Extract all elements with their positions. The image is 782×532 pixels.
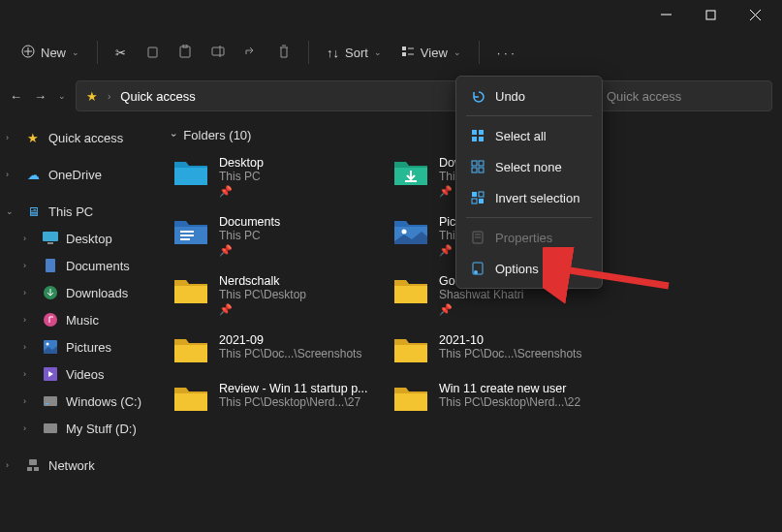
ctx-select-all[interactable]: Select all — [460, 120, 598, 151]
delete-button[interactable] — [269, 39, 298, 67]
sidebar-item-drive-d[interactable]: › My Stuff (D:) — [0, 415, 155, 442]
sidebar-label: My Stuff (D:) — [66, 422, 137, 436]
svg-rect-1 — [706, 11, 715, 19]
folder-item[interactable]: Nerdschalk This PC\Desktop 📌 — [172, 274, 391, 316]
svg-rect-26 — [44, 423, 57, 433]
network-icon — [25, 457, 41, 473]
cut-button[interactable]: ✂ — [108, 40, 134, 66]
folder-text: Documents This PC 📌 — [219, 215, 280, 257]
new-label: New — [41, 46, 66, 60]
folder-icon — [172, 276, 209, 305]
maximize-button[interactable] — [697, 1, 724, 28]
folder-item[interactable]: Documents This PC 📌 — [172, 215, 391, 257]
sidebar-item-downloads[interactable]: › Downloads — [0, 279, 155, 306]
copy-button[interactable] — [138, 39, 167, 67]
folder-name: Win 11 create new user — [439, 382, 580, 395]
folder-path: This PC\Doc...\Screenshots — [219, 347, 361, 360]
chevron-right-icon: › — [23, 234, 35, 243]
sidebar-item-quick-access[interactable]: › ★ Quick access — [0, 124, 155, 151]
folder-path: This PC\Desktop\Nerd...\27 — [219, 395, 368, 409]
folder-item[interactable]: Review - Win 11 startup p... This PC\Des… — [172, 382, 391, 413]
sidebar-item-music[interactable]: › Music — [0, 306, 155, 333]
chevron-down-icon: ⌄ — [72, 47, 79, 57]
chevron-right-icon: › — [23, 288, 35, 297]
sidebar-item-network[interactable]: › Network — [0, 452, 155, 479]
ctx-options[interactable]: Options — [460, 253, 598, 284]
separator — [97, 41, 98, 64]
sidebar-label: OneDrive — [48, 168, 102, 182]
ctx-undo[interactable]: Undo — [460, 80, 598, 111]
svg-rect-44 — [394, 393, 427, 411]
folder-path: This PC — [219, 170, 264, 183]
svg-rect-48 — [479, 137, 484, 141]
separator — [466, 115, 592, 116]
sidebar-label: Videos — [66, 367, 105, 382]
ctx-select-none[interactable]: Select none — [460, 151, 598, 182]
folder-item[interactable]: Desktop This PC 📌 — [172, 156, 391, 198]
folder-item[interactable]: 2021-10 This PC\Doc...\Screenshots — [392, 333, 610, 364]
view-label: View — [421, 46, 448, 60]
new-button[interactable]: New ⌄ — [14, 39, 87, 67]
sidebar-label: Downloads — [66, 286, 128, 300]
more-button[interactable]: · · · — [489, 40, 522, 66]
paste-icon — [178, 45, 192, 61]
folder-text: 2021-10 This PC\Doc...\Screenshots — [439, 333, 581, 360]
rename-button[interactable] — [203, 39, 233, 67]
svg-rect-42 — [394, 345, 427, 362]
folder-name: Documents — [219, 215, 280, 229]
sidebar-item-drive-c[interactable]: › Windows (C:) — [0, 388, 155, 415]
sidebar-item-videos[interactable]: › Videos — [0, 360, 155, 388]
folder-item[interactable]: Win 11 create new user This PC\Desktop\N… — [392, 382, 610, 413]
recent-dropdown[interactable]: ⌄ — [58, 91, 66, 101]
ctx-invert-selection[interactable]: Invert selection — [460, 182, 598, 213]
svg-rect-51 — [472, 168, 477, 172]
svg-rect-55 — [472, 199, 477, 203]
picture-icon — [43, 339, 58, 355]
svg-rect-46 — [479, 130, 484, 135]
document-icon — [43, 258, 58, 273]
ctx-label: Select all — [495, 129, 547, 143]
folder-item[interactable]: 2021-09 This PC\Doc...\Screenshots — [172, 333, 391, 364]
folder-icon — [392, 158, 429, 187]
minimize-button[interactable] — [652, 1, 679, 28]
chevron-down-icon: › — [169, 134, 179, 137]
folder-name: 2021-10 — [439, 333, 581, 347]
copy-icon — [145, 45, 159, 61]
view-button[interactable]: View ⌄ — [393, 39, 469, 67]
cut-icon: ✂ — [115, 46, 126, 60]
share-button[interactable] — [236, 39, 266, 67]
chevron-right-icon: › — [6, 460, 17, 470]
sidebar-item-desktop[interactable]: › Desktop — [0, 225, 155, 252]
folder-path: This PC\Doc...\Screenshots — [439, 347, 581, 360]
chevron-down-icon: ⌄ — [374, 47, 382, 57]
options-icon — [470, 261, 485, 276]
sidebar-label: Desktop — [66, 232, 112, 246]
address-location: Quick access — [120, 89, 195, 104]
sort-button[interactable]: ↑↓ Sort ⌄ — [319, 40, 390, 66]
folder-path: This PC\Desktop\Nerd...\22 — [439, 395, 580, 409]
back-button[interactable]: ← — [10, 89, 22, 104]
forward-button[interactable]: → — [34, 89, 47, 104]
svg-rect-56 — [479, 199, 484, 203]
sidebar-item-documents[interactable]: › Documents — [0, 252, 155, 279]
sidebar-item-this-pc[interactable]: ⌄ 🖥 This PC — [0, 198, 155, 225]
plus-icon — [21, 45, 35, 61]
sidebar-item-pictures[interactable]: › Pictures — [0, 333, 155, 360]
drive-icon — [43, 393, 58, 409]
search-box[interactable]: Quick access — [596, 80, 772, 111]
svg-rect-8 — [180, 47, 190, 57]
sidebar-item-onedrive[interactable]: › ☁ OneDrive — [0, 161, 155, 188]
cloud-icon: ☁ — [25, 167, 41, 182]
content: › ★ Quick access › ☁ OneDrive ⌄ 🖥 This P… — [0, 116, 782, 532]
paste-button[interactable] — [171, 39, 200, 67]
ctx-label: Properties — [495, 231, 552, 245]
folder-icon — [172, 217, 209, 246]
folder-name: 2021-09 — [219, 333, 361, 347]
sort-icon: ↑↓ — [327, 46, 339, 60]
close-button[interactable] — [741, 1, 768, 28]
chevron-right-icon: › — [6, 170, 17, 179]
folder-text: Review - Win 11 startup p... This PC\Des… — [219, 382, 368, 409]
chevron-right-icon: › — [23, 369, 35, 379]
svg-rect-30 — [174, 168, 207, 185]
context-menu: Undo Select all Select none Invert selec… — [455, 76, 603, 289]
